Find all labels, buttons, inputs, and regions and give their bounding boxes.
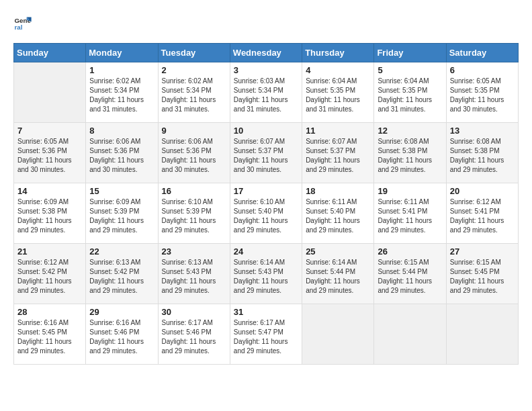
day-info: Sunrise: 6:07 AMSunset: 5:37 PMDaylight:… — [306, 137, 370, 175]
day-number: 26 — [378, 246, 442, 257]
calendar-day-cell: 30Sunrise: 6:17 AMSunset: 5:46 PMDayligh… — [158, 304, 230, 365]
day-info: Sunrise: 6:14 AMSunset: 5:44 PMDaylight:… — [306, 258, 370, 295]
day-number: 31 — [234, 307, 298, 317]
calendar-day-cell: 19Sunrise: 6:11 AMSunset: 5:41 PMDayligh… — [374, 183, 446, 244]
calendar-day-cell: 24Sunrise: 6:14 AMSunset: 5:43 PMDayligh… — [230, 244, 302, 304]
logo-icon: Gene ral — [13, 13, 32, 32]
calendar-day-cell: 9Sunrise: 6:06 AMSunset: 5:36 PMDaylight… — [158, 123, 230, 183]
calendar-day-cell: 2Sunrise: 6:02 AMSunset: 5:34 PMDaylight… — [158, 62, 230, 123]
day-number: 11 — [306, 126, 370, 136]
day-number: 8 — [89, 126, 154, 136]
calendar-table: SundayMondayTuesdayWednesdayThursdayFrid… — [13, 43, 519, 365]
day-info: Sunrise: 6:15 AMSunset: 5:45 PMDaylight:… — [450, 258, 515, 295]
calendar-day-cell — [446, 304, 518, 365]
day-info: Sunrise: 6:09 AMSunset: 5:39 PMDaylight:… — [89, 197, 154, 235]
day-info: Sunrise: 6:12 AMSunset: 5:42 PMDaylight:… — [17, 258, 82, 295]
calendar-day-cell: 22Sunrise: 6:13 AMSunset: 5:42 PMDayligh… — [86, 244, 158, 304]
calendar-day-cell: 18Sunrise: 6:11 AMSunset: 5:40 PMDayligh… — [302, 183, 374, 244]
day-number: 29 — [89, 307, 154, 317]
day-info: Sunrise: 6:13 AMSunset: 5:43 PMDaylight:… — [162, 258, 226, 295]
day-number: 28 — [17, 307, 82, 317]
calendar-day-cell: 3Sunrise: 6:03 AMSunset: 5:34 PMDaylight… — [230, 62, 302, 123]
calendar-day-cell: 20Sunrise: 6:12 AMSunset: 5:41 PMDayligh… — [446, 183, 518, 244]
day-number: 6 — [450, 65, 515, 75]
day-number: 30 — [162, 307, 226, 317]
calendar-day-cell: 27Sunrise: 6:15 AMSunset: 5:45 PMDayligh… — [446, 244, 518, 304]
day-number: 21 — [17, 246, 82, 257]
day-info: Sunrise: 6:08 AMSunset: 5:38 PMDaylight:… — [378, 137, 442, 175]
day-of-week-header: Saturday — [446, 44, 518, 62]
day-info: Sunrise: 6:04 AMSunset: 5:35 PMDaylight:… — [306, 77, 370, 114]
day-number: 22 — [89, 246, 154, 257]
day-of-week-header: Monday — [86, 44, 158, 62]
calendar-week-row: 28Sunrise: 6:16 AMSunset: 5:45 PMDayligh… — [14, 304, 519, 365]
day-number: 7 — [17, 126, 82, 136]
day-info: Sunrise: 6:05 AMSunset: 5:35 PMDaylight:… — [450, 77, 515, 114]
day-number: 1 — [89, 65, 154, 75]
calendar-day-cell — [374, 304, 446, 365]
day-number: 3 — [234, 65, 298, 75]
page-header: Gene ral — [13, 13, 519, 32]
day-info: Sunrise: 6:16 AMSunset: 5:46 PMDaylight:… — [89, 318, 154, 356]
calendar-day-cell: 25Sunrise: 6:14 AMSunset: 5:44 PMDayligh… — [302, 244, 374, 304]
calendar-day-cell: 13Sunrise: 6:08 AMSunset: 5:38 PMDayligh… — [446, 123, 518, 183]
day-info: Sunrise: 6:10 AMSunset: 5:39 PMDaylight:… — [162, 197, 226, 235]
calendar-day-cell: 23Sunrise: 6:13 AMSunset: 5:43 PMDayligh… — [158, 244, 230, 304]
day-number: 20 — [450, 186, 515, 196]
day-info: Sunrise: 6:05 AMSunset: 5:36 PMDaylight:… — [17, 137, 82, 175]
day-number: 16 — [162, 186, 226, 196]
day-number: 18 — [306, 186, 370, 196]
day-info: Sunrise: 6:06 AMSunset: 5:36 PMDaylight:… — [162, 137, 226, 175]
day-info: Sunrise: 6:07 AMSunset: 5:37 PMDaylight:… — [234, 137, 298, 175]
calendar-day-cell: 5Sunrise: 6:04 AMSunset: 5:35 PMDaylight… — [374, 62, 446, 123]
day-info: Sunrise: 6:08 AMSunset: 5:38 PMDaylight:… — [450, 137, 515, 175]
day-number: 10 — [234, 126, 298, 136]
day-of-week-header: Wednesday — [230, 44, 302, 62]
calendar-day-cell: 7Sunrise: 6:05 AMSunset: 5:36 PMDaylight… — [14, 123, 86, 183]
calendar-day-cell: 29Sunrise: 6:16 AMSunset: 5:46 PMDayligh… — [86, 304, 158, 365]
day-info: Sunrise: 6:13 AMSunset: 5:42 PMDaylight:… — [89, 258, 154, 295]
calendar-day-cell: 12Sunrise: 6:08 AMSunset: 5:38 PMDayligh… — [374, 123, 446, 183]
day-info: Sunrise: 6:12 AMSunset: 5:41 PMDaylight:… — [450, 197, 515, 235]
calendar-week-row: 14Sunrise: 6:09 AMSunset: 5:38 PMDayligh… — [14, 183, 519, 244]
day-number: 13 — [450, 126, 515, 136]
day-number: 5 — [378, 65, 442, 75]
calendar-day-cell: 1Sunrise: 6:02 AMSunset: 5:34 PMDaylight… — [86, 62, 158, 123]
calendar-day-cell: 28Sunrise: 6:16 AMSunset: 5:45 PMDayligh… — [14, 304, 86, 365]
day-info: Sunrise: 6:03 AMSunset: 5:34 PMDaylight:… — [234, 77, 298, 114]
day-info: Sunrise: 6:02 AMSunset: 5:34 PMDaylight:… — [89, 77, 154, 114]
day-info: Sunrise: 6:16 AMSunset: 5:45 PMDaylight:… — [17, 318, 82, 356]
day-info: Sunrise: 6:06 AMSunset: 5:36 PMDaylight:… — [89, 137, 154, 175]
day-info: Sunrise: 6:11 AMSunset: 5:41 PMDaylight:… — [378, 197, 442, 235]
calendar-day-cell: 6Sunrise: 6:05 AMSunset: 5:35 PMDaylight… — [446, 62, 518, 123]
day-info: Sunrise: 6:17 AMSunset: 5:47 PMDaylight:… — [234, 318, 298, 356]
calendar-week-row: 1Sunrise: 6:02 AMSunset: 5:34 PMDaylight… — [14, 62, 519, 123]
day-info: Sunrise: 6:17 AMSunset: 5:46 PMDaylight:… — [162, 318, 226, 356]
day-number: 14 — [17, 186, 82, 196]
day-number: 12 — [378, 126, 442, 136]
calendar-day-cell: 26Sunrise: 6:15 AMSunset: 5:44 PMDayligh… — [374, 244, 446, 304]
calendar-day-cell — [302, 304, 374, 365]
calendar-day-cell: 11Sunrise: 6:07 AMSunset: 5:37 PMDayligh… — [302, 123, 374, 183]
day-number: 24 — [234, 246, 298, 257]
day-of-week-header: Thursday — [302, 44, 374, 62]
day-info: Sunrise: 6:15 AMSunset: 5:44 PMDaylight:… — [378, 258, 442, 295]
calendar-day-cell: 15Sunrise: 6:09 AMSunset: 5:39 PMDayligh… — [86, 183, 158, 244]
day-number: 23 — [162, 246, 226, 257]
calendar-week-row: 21Sunrise: 6:12 AMSunset: 5:42 PMDayligh… — [14, 244, 519, 304]
day-of-week-header: Sunday — [14, 44, 86, 62]
day-number: 15 — [89, 186, 154, 196]
calendar-day-cell: 17Sunrise: 6:10 AMSunset: 5:40 PMDayligh… — [230, 183, 302, 244]
day-number: 17 — [234, 186, 298, 196]
day-of-week-header: Tuesday — [158, 44, 230, 62]
calendar-day-cell: 16Sunrise: 6:10 AMSunset: 5:39 PMDayligh… — [158, 183, 230, 244]
calendar-day-cell: 21Sunrise: 6:12 AMSunset: 5:42 PMDayligh… — [14, 244, 86, 304]
calendar-day-cell: 31Sunrise: 6:17 AMSunset: 5:47 PMDayligh… — [230, 304, 302, 365]
day-number: 9 — [162, 126, 226, 136]
calendar-day-cell: 8Sunrise: 6:06 AMSunset: 5:36 PMDaylight… — [86, 123, 158, 183]
day-number: 27 — [450, 246, 515, 257]
calendar-header-row: SundayMondayTuesdayWednesdayThursdayFrid… — [14, 44, 519, 62]
day-info: Sunrise: 6:10 AMSunset: 5:40 PMDaylight:… — [234, 197, 298, 235]
day-info: Sunrise: 6:14 AMSunset: 5:43 PMDaylight:… — [234, 258, 298, 295]
calendar-day-cell: 10Sunrise: 6:07 AMSunset: 5:37 PMDayligh… — [230, 123, 302, 183]
